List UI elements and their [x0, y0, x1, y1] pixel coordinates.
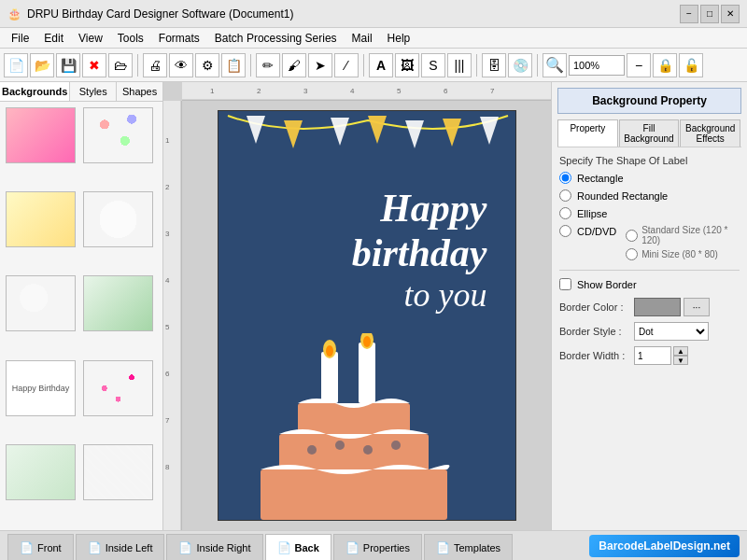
zoom-out-button[interactable]: −	[627, 53, 651, 77]
tab-front[interactable]: 📄 Front	[7, 534, 74, 560]
svg-rect-24	[321, 352, 338, 403]
canvas-area[interactable]: 1 2 3 4 5 6 7 1 2 3 4 5 6 7 8	[163, 82, 551, 530]
radio-cddvd-input[interactable]	[559, 225, 571, 237]
border-width-label: Border Width :	[559, 350, 634, 361]
tab-inside-left[interactable]: 📄 Inside Left	[76, 534, 165, 560]
bg-thumb-2[interactable]	[83, 107, 153, 163]
print-button[interactable]: 🖨	[143, 53, 167, 77]
radio-ellipse[interactable]: Ellipse	[559, 207, 740, 219]
close-button[interactable]: ✕	[721, 5, 740, 23]
settings-button[interactable]: ⚙	[195, 53, 219, 77]
db-button[interactable]: 🗄	[482, 53, 506, 77]
text-button[interactable]: A	[369, 53, 393, 77]
menu-edit[interactable]: Edit	[36, 30, 71, 47]
menu-file[interactable]: File	[4, 30, 36, 47]
cd-size-mini: Mini Size (80 * 80)	[626, 248, 740, 260]
bg-thumb-1[interactable]	[6, 107, 76, 163]
bg-thumb-8[interactable]	[83, 360, 153, 416]
radio-rounded[interactable]: Rounded Rectangle	[559, 189, 740, 202]
maximize-button[interactable]: □	[700, 5, 719, 23]
app-icon: 🎂	[7, 7, 21, 21]
tab-inside-right-label: Inside Right	[196, 542, 250, 553]
svg-point-29	[363, 336, 371, 347]
tab-inside-left-icon: 📄	[88, 541, 102, 554]
prop-tab-effects[interactable]: Background Effects	[680, 119, 740, 147]
delete-button[interactable]: ✖	[82, 53, 106, 77]
new-button[interactable]: 📄	[4, 53, 28, 77]
bg-thumb-7[interactable]: Happy Birthday	[6, 360, 76, 416]
menu-formats[interactable]: Formats	[151, 30, 207, 47]
arrow-button[interactable]: ➤	[308, 53, 332, 77]
bg-thumb-6[interactable]	[83, 275, 153, 331]
radio-rectangle[interactable]: Rectangle	[559, 172, 740, 184]
prop-tab-fill[interactable]: Fill Background	[619, 119, 680, 147]
browse-color-button[interactable]: ···	[684, 298, 710, 316]
bg-thumb-10[interactable]	[83, 444, 153, 500]
unlock-button[interactable]: 🔓	[679, 53, 703, 77]
border-style-select[interactable]: Dot Solid Dash DashDot	[634, 322, 709, 341]
bg-thumb-3[interactable]	[6, 191, 76, 247]
tab-styles[interactable]: Styles	[70, 82, 117, 101]
pencil-button[interactable]: ✏	[256, 53, 280, 77]
save-button[interactable]: 💾	[56, 53, 80, 77]
width-up-button[interactable]: ▲	[673, 346, 688, 356]
tab-back[interactable]: 📄 Back	[265, 534, 331, 560]
radio-ellipse-input[interactable]	[559, 207, 571, 219]
svg-text:5: 5	[397, 87, 402, 95]
separator-4	[476, 54, 477, 77]
bg-thumb-9[interactable]	[6, 444, 76, 500]
preview-button[interactable]: 👁	[169, 53, 193, 77]
border-width-input[interactable]	[634, 346, 671, 365]
tab-shapes[interactable]: Shapes	[117, 82, 162, 101]
title-text: DRPU Birthday Card Designer Software (Do…	[27, 7, 293, 21]
menu-help[interactable]: Help	[380, 30, 418, 47]
menu-batch[interactable]: Batch Processing Series	[207, 30, 345, 47]
separator-2	[250, 54, 251, 77]
menu-view[interactable]: View	[71, 30, 110, 47]
tab-inside-right-icon: 📄	[178, 541, 192, 554]
copy-button[interactable]: 📋	[221, 53, 246, 77]
radio-rounded-input[interactable]	[559, 189, 571, 202]
paint-button[interactable]: 🖌	[282, 53, 306, 77]
prop-tab-property[interactable]: Property	[557, 119, 618, 147]
tab-inside-right[interactable]: 📄 Inside Right	[166, 534, 262, 560]
width-down-button[interactable]: ▼	[673, 356, 688, 365]
svg-text:1: 1	[210, 87, 215, 95]
line-button[interactable]: ⁄	[334, 53, 359, 77]
svg-text:7: 7	[490, 87, 495, 95]
db2-button[interactable]: 💿	[508, 53, 532, 77]
shape-radio-group: Rectangle Rounded Rectangle Ellipse CD/D…	[559, 172, 740, 260]
menu-tools[interactable]: Tools	[110, 30, 151, 47]
zoom-in-button[interactable]: 🔍	[543, 53, 567, 77]
birthday-card[interactable]: Happy birthday to you	[218, 110, 516, 521]
radio-cddvd-row: CD/DVD Standard Size (120 * 120) Mini Si…	[559, 225, 740, 260]
svg-marker-21	[284, 120, 303, 148]
radio-rectangle-input[interactable]	[559, 172, 571, 184]
open-button[interactable]: 📂	[30, 53, 54, 77]
bg-thumb-4[interactable]	[83, 191, 153, 247]
folder-button[interactable]: 🗁	[108, 53, 133, 77]
barcode-button[interactable]: |||	[447, 53, 472, 77]
window-controls: − □ ✕	[680, 5, 740, 23]
cd-mini-input[interactable]	[626, 248, 638, 260]
cd-standard-input[interactable]	[626, 230, 638, 242]
svg-point-33	[307, 445, 317, 455]
border-color-row: Border Color : ···	[559, 298, 740, 316]
image-button[interactable]: 🖼	[395, 53, 419, 77]
radio-cddvd[interactable]: CD/DVD	[559, 225, 616, 237]
tab-templates[interactable]: 📄 Templates	[424, 534, 513, 560]
border-color-swatch[interactable]	[634, 298, 681, 316]
tab-backgrounds[interactable]: Backgrounds	[0, 82, 70, 101]
svg-text:6: 6	[165, 370, 170, 378]
minimize-button[interactable]: −	[680, 5, 698, 23]
zoom-input[interactable]	[569, 55, 625, 76]
separator-3	[363, 54, 364, 77]
menu-mail[interactable]: Mail	[345, 30, 380, 47]
bg-thumb-5[interactable]	[6, 275, 76, 331]
cd-size-standard: Standard Size (120 * 120)	[626, 225, 740, 245]
shape-label: Specify The Shape Of Label	[559, 155, 740, 166]
show-border-checkbox[interactable]	[559, 278, 571, 290]
lock-button[interactable]: 🔒	[653, 53, 677, 77]
shape-button[interactable]: S	[421, 53, 445, 77]
tab-properties[interactable]: 📄 Properties	[333, 534, 422, 560]
